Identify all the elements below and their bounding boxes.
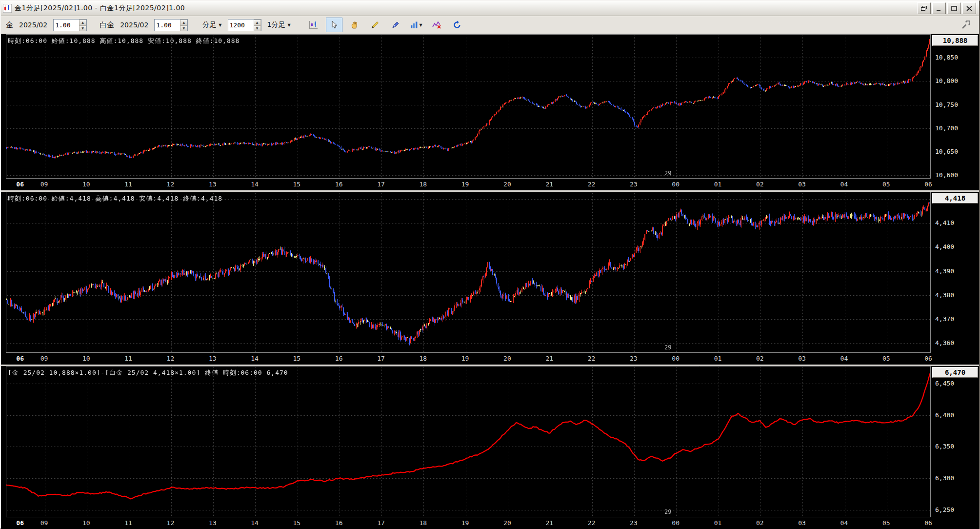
bar-chart-icon — [410, 20, 419, 29]
spin-down-icon[interactable]: ▼ — [180, 25, 187, 31]
x-axis-label: 01 — [714, 355, 722, 362]
x-axis-label: 15 — [293, 355, 301, 362]
y-axis-label: 6,250 — [935, 506, 954, 513]
x-axis-label: 00 — [672, 355, 680, 362]
instrument2-label: 白金 — [100, 20, 114, 30]
bar-count-spinner[interactable]: ▲▼ — [228, 19, 261, 31]
x-axis-label: 10 — [82, 355, 90, 362]
app-window: 金1分足[2025/02]1.00 - 白金1分足[2025/02]1.00 金… — [0, 0, 980, 529]
spread-chart-canvas[interactable] — [6, 366, 931, 517]
gold-x-axis: 0609101112131415161718192021222300010203… — [1, 179, 979, 190]
x-axis-label: 12 — [167, 355, 175, 362]
x-axis-label: 04 — [840, 355, 848, 362]
title-bar[interactable]: 金1分足[2025/02]1.00 - 白金1分足[2025/02]1.00 — [1, 1, 979, 16]
x-axis-label: 10 — [82, 519, 90, 527]
x-axis-label: 16 — [335, 181, 343, 188]
spinner-arrows[interactable]: ▲▼ — [180, 20, 187, 31]
x-axis-label: 18 — [419, 355, 427, 362]
platinum-x-axis: 0609101112131415161718192021222300010203… — [1, 353, 979, 365]
x-axis-label: 01 — [714, 181, 722, 188]
platinum-ohlc-info: 時刻:06:00 始値:4,418 高値:4,418 安値:4,418 終値:4… — [8, 194, 222, 203]
spin-up-icon[interactable]: ▲ — [79, 20, 86, 25]
x-axis-label: 12 — [167, 181, 175, 188]
x-axis-label: 01 — [714, 519, 722, 527]
x-axis-label: 03 — [798, 355, 806, 362]
x-axis-label: 11 — [124, 519, 132, 527]
pattern-chart-icon — [432, 20, 441, 29]
instrument2-contract[interactable]: 2025/02 — [118, 20, 150, 30]
spin-up-icon[interactable]: ▲ — [254, 20, 261, 25]
x-axis-label: 09 — [40, 519, 48, 527]
minimize-button[interactable] — [932, 2, 946, 14]
x-axis-label: 23 — [630, 355, 638, 362]
interval-select[interactable]: 1分足 ▼ — [265, 20, 293, 30]
x-axis-label: 05 — [882, 355, 890, 362]
indicator-tool-button[interactable]: ▼ — [408, 18, 424, 32]
x-axis-label: 05 — [882, 181, 890, 188]
y-axis-label: 6,350 — [935, 443, 954, 450]
x-axis-label: 16 — [335, 355, 343, 362]
chevron-down-icon: ▼ — [219, 23, 221, 27]
popout-window-button[interactable] — [917, 2, 931, 14]
gold-y-axis: 10,85010,80010,75010,70010,65010,600 — [931, 34, 979, 179]
spinner-arrows[interactable]: ▲▼ — [79, 20, 86, 31]
spin-down-icon[interactable]: ▼ — [79, 25, 86, 31]
kline-chart-tool-button[interactable] — [305, 18, 322, 32]
gold-chart-canvas[interactable] — [6, 34, 931, 179]
select-tool-button[interactable] — [326, 18, 342, 32]
pencil-tool-button[interactable] — [367, 18, 383, 32]
x-axis-label: 23 — [630, 519, 638, 527]
hand-icon — [350, 20, 359, 29]
chevron-down-icon: ▼ — [420, 23, 422, 27]
x-axis-label: 19 — [461, 181, 469, 188]
toolbar: 金 2025/02 ▲▼ 白金 2025/02 ▲▼ 分足 ▼ ▲▼ 1分足 ▼ — [1, 16, 979, 34]
chevron-down-icon: ▼ — [287, 23, 290, 27]
x-axis-label: 13 — [209, 181, 217, 188]
pan-tool-button[interactable] — [346, 18, 363, 32]
x-axis-label: 14 — [251, 519, 259, 527]
x-axis-label: 15 — [293, 519, 301, 527]
bar-count-input[interactable] — [228, 20, 254, 31]
kline-chart-icon — [309, 20, 319, 30]
settings-wrench-button[interactable] — [958, 18, 974, 32]
pattern-tool-button[interactable] — [428, 18, 445, 32]
x-axis-label: 22 — [588, 181, 596, 188]
bar-type-select[interactable]: 分足 ▼ — [200, 20, 223, 30]
gold-last-price-badge: 10,888 — [932, 35, 978, 46]
spread-y-axis: 6,4506,4006,3506,3006,250 — [931, 366, 979, 517]
y-axis-label: 4,370 — [935, 315, 954, 323]
instrument2-multiplier-spinner[interactable]: ▲▼ — [154, 19, 188, 31]
refresh-tool-button[interactable] — [449, 18, 465, 32]
spread-info: [金 25/02 10,888×1.00]-[白金 25/02 4,418×1.… — [8, 368, 288, 377]
x-axis-label: 06 — [924, 181, 932, 188]
x-axis-label: 17 — [377, 355, 385, 362]
y-axis-label: 6,300 — [935, 474, 954, 482]
wrench-icon — [961, 20, 970, 29]
pen-tool-button[interactable] — [387, 18, 404, 32]
y-axis-label: 4,360 — [935, 339, 954, 346]
spread-last-price-badge: 6,470 — [932, 367, 978, 378]
instrument1-multiplier-spinner[interactable]: ▲▼ — [53, 19, 87, 31]
x-axis-label: 16 — [335, 519, 343, 527]
x-axis-label: 11 — [124, 181, 132, 188]
instrument1-contract[interactable]: 2025/02 — [17, 20, 49, 30]
instrument2-multiplier-input[interactable] — [155, 20, 180, 31]
y-axis-label: 4,410 — [935, 219, 954, 226]
maximize-button[interactable] — [947, 2, 961, 14]
x-axis-label: 02 — [756, 355, 764, 362]
instrument1-multiplier-input[interactable] — [54, 20, 79, 31]
x-axis-label: 21 — [545, 355, 553, 362]
platinum-chart-canvas[interactable] — [6, 192, 931, 353]
x-axis-label: 04 — [840, 519, 848, 527]
x-axis-label: 15 — [293, 181, 301, 188]
close-button[interactable] — [962, 2, 976, 14]
pen-icon — [391, 20, 400, 29]
spin-down-icon[interactable]: ▼ — [254, 25, 261, 31]
spin-up-icon[interactable]: ▲ — [180, 20, 187, 25]
x-axis-label: 22 — [588, 519, 596, 527]
spinner-arrows[interactable]: ▲▼ — [254, 20, 261, 31]
platinum-last-price-badge: 4,418 — [932, 193, 978, 203]
y-axis-label: 6,450 — [935, 380, 954, 387]
y-axis-label: 10,600 — [935, 171, 958, 179]
x-axis-label: 06 — [16, 181, 24, 188]
